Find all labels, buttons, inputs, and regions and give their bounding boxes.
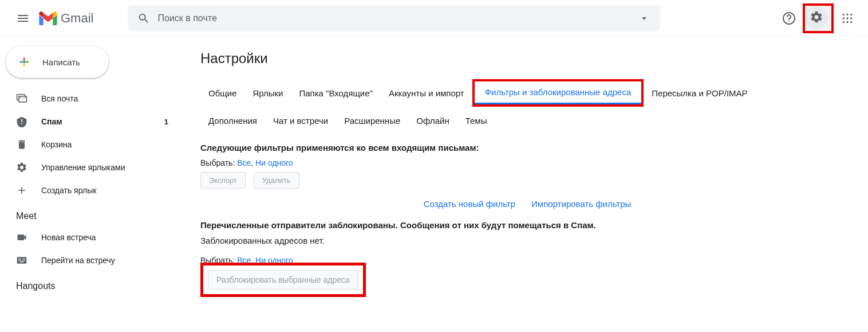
select-label: Выбрать:: [200, 158, 235, 167]
sidebar-item-trash[interactable]: Корзина: [0, 133, 177, 156]
unblock-highlighted: Разблокировать выбранные адреса: [200, 263, 366, 297]
apps-button[interactable]: [836, 7, 859, 30]
tab-offline[interactable]: Офлайн: [408, 110, 457, 131]
plus-icon: [16, 54, 32, 70]
tab-inbox[interactable]: Папка "Входящие": [291, 83, 380, 104]
tab-filters[interactable]: Фильтры и заблокированные адреса: [475, 81, 642, 104]
tab-forwarding[interactable]: Пересылка и POP/IMAP: [644, 83, 755, 104]
filters-heading: Следующие фильтры применяются ко всем вх…: [200, 143, 854, 153]
keyboard-icon: [16, 255, 27, 266]
apps-grid-icon: [842, 13, 853, 24]
svg-point-4: [850, 13, 852, 15]
import-filters-link[interactable]: Импортировать фильтры: [531, 199, 631, 209]
main-menu-button[interactable]: [9, 5, 37, 32]
compose-button[interactable]: Написать: [6, 46, 109, 78]
header: Gmail: [0, 0, 868, 37]
svg-point-8: [843, 21, 845, 23]
settings-content: Настройки Общие Ярлыки Папка "Входящие" …: [177, 37, 868, 297]
svg-point-10: [850, 21, 852, 23]
video-icon: [16, 232, 27, 243]
hangouts-section-title: Hangouts: [0, 272, 177, 296]
tab-labels[interactable]: Ярлыки: [244, 83, 291, 104]
tab-themes[interactable]: Темы: [457, 110, 495, 131]
tab-chat[interactable]: Чат и встречи: [265, 110, 336, 131]
sidebar-item-manage-labels[interactable]: Управление ярлыками: [0, 156, 177, 179]
svg-point-5: [843, 17, 845, 19]
settings-tabs-row1: Общие Ярлыки Папка "Входящие" Аккаунты и…: [200, 79, 854, 107]
gmail-logo-icon: [39, 11, 57, 25]
svg-point-1: [788, 21, 790, 22]
meet-section-title: Meet: [0, 202, 177, 226]
svg-point-6: [846, 17, 848, 19]
meet-item-label: Перейти на встречу: [41, 256, 115, 265]
sidebar-item-all-mail[interactable]: Вся почта: [0, 87, 177, 110]
sidebar-item-label: Корзина: [41, 140, 72, 149]
search-icon: [137, 12, 150, 25]
tab-addons[interactable]: Дополнения: [200, 110, 265, 131]
stacked-mail-icon: [16, 93, 27, 104]
search-input[interactable]: [155, 13, 633, 24]
tab-filters-highlighted: Фильтры и заблокированные адреса: [472, 79, 644, 107]
page-title: Настройки: [200, 50, 854, 67]
unblock-button[interactable]: Разблокировать выбранные адреса: [208, 270, 358, 290]
export-button[interactable]: Экспорт: [200, 172, 246, 189]
blocked-heading: Перечисленные отправители заблокированы.…: [200, 220, 854, 230]
create-filter-link[interactable]: Создать новый фильтр: [424, 199, 515, 209]
svg-point-3: [846, 13, 848, 15]
sidebar-item-create-label[interactable]: Создать ярлык: [0, 179, 177, 202]
search-options-button[interactable]: [633, 7, 656, 30]
svg-point-9: [846, 21, 848, 23]
delete-button[interactable]: Удалить: [254, 172, 299, 189]
sidebar-item-label: Создать ярлык: [41, 186, 96, 195]
meet-join-meeting[interactable]: Перейти на встречу: [0, 249, 177, 272]
sidebar-item-label: Управление ярлыками: [41, 163, 125, 172]
help-icon: [782, 11, 796, 25]
sidebar: Написать Вся почта Спам 1 Корзина: [0, 37, 177, 297]
svg-point-2: [843, 13, 845, 15]
meet-item-label: Новая встреча: [41, 233, 96, 242]
caret-down-icon: [638, 13, 650, 24]
select-none-link[interactable]: Ни одного: [255, 158, 293, 167]
search-bar: [128, 5, 660, 32]
tab-general[interactable]: Общие: [200, 83, 244, 104]
hamburger-icon: [16, 11, 30, 25]
meet-new-meeting[interactable]: Новая встреча: [0, 226, 177, 249]
header-actions: [778, 3, 859, 33]
select-all-link[interactable]: Все: [237, 158, 251, 167]
sidebar-item-spam[interactable]: Спам 1: [0, 110, 177, 133]
svg-point-7: [850, 17, 852, 19]
trash-icon: [16, 139, 27, 150]
sidebar-item-label: Вся почта: [41, 94, 78, 103]
brand-text: Gmail: [61, 11, 93, 26]
help-button[interactable]: [778, 7, 800, 30]
gear-icon: [810, 10, 823, 24]
filters-select-line: Выбрать: Все, Ни одного: [200, 158, 854, 167]
sidebar-item-badge: 1: [164, 118, 168, 126]
no-blocked-text: Заблокированных адресов нет.: [200, 236, 854, 245]
settings-button-highlighted[interactable]: [803, 3, 834, 33]
tab-accounts[interactable]: Аккаунты и импорт: [381, 83, 472, 104]
settings-tabs-row2: Дополнения Чат и встречи Расширенные Офл…: [200, 110, 854, 131]
gear-icon: [16, 162, 27, 173]
plus-icon: [16, 185, 27, 196]
spam-icon: [16, 116, 27, 127]
brand[interactable]: Gmail: [39, 11, 93, 26]
search-button[interactable]: [132, 7, 155, 30]
tab-advanced[interactable]: Расширенные: [336, 110, 408, 131]
compose-label: Написать: [42, 57, 80, 67]
sidebar-item-label: Спам: [41, 117, 62, 126]
